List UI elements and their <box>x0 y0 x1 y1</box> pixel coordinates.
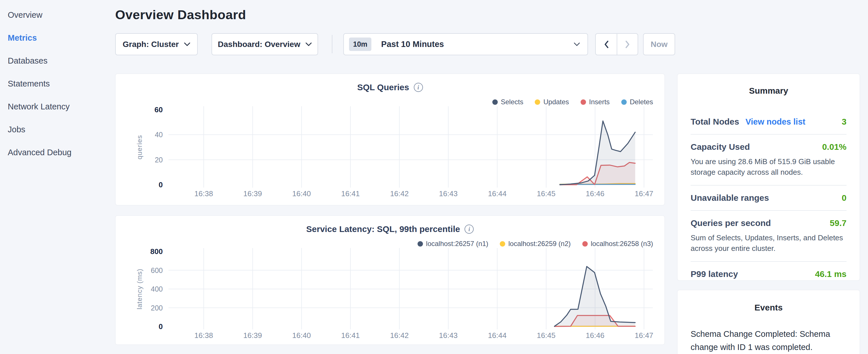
time-forward-button[interactable] <box>617 34 638 55</box>
svg-text:40: 40 <box>155 131 163 139</box>
summary-row-p99-latency: P99 latency 46.1 ms <box>691 261 846 286</box>
svg-text:16:43: 16:43 <box>439 189 458 198</box>
event-item[interactable]: Schema Change Completed: Schema change w… <box>691 327 846 354</box>
svg-text:16:46: 16:46 <box>586 189 604 198</box>
graph-scope-dropdown[interactable]: Graph: Cluster <box>115 33 198 55</box>
svg-text:20: 20 <box>155 156 163 164</box>
summary-row-queries-per-second: Queries per second 59.7 Sum of Selects, … <box>691 210 846 261</box>
svg-text:16:45: 16:45 <box>537 189 555 198</box>
sidebar-item-network-latency[interactable]: Network Latency <box>8 95 115 118</box>
summary-description: Sum of Selects, Updates, Inserts, and De… <box>691 232 846 254</box>
toolbar: Graph: Cluster Dashboard: Overview 10m P… <box>115 33 665 55</box>
page-title: Overview Dashboard <box>115 7 665 22</box>
view-nodes-list-link[interactable]: View nodes list <box>745 117 805 127</box>
svg-text:latency (ms): latency (ms) <box>135 269 143 310</box>
svg-text:16:38: 16:38 <box>194 189 213 198</box>
info-icon[interactable]: i <box>414 83 423 92</box>
sidebar-item-databases[interactable]: Databases <box>8 49 115 72</box>
summary-row-unavailable-ranges: Unavailable ranges 0 <box>691 185 846 210</box>
svg-text:800: 800 <box>150 247 163 256</box>
toolbar-divider <box>332 35 333 53</box>
time-range-badge: 10m <box>349 37 371 51</box>
time-range-picker[interactable]: 10m Past 10 Minutes <box>343 33 588 55</box>
svg-text:queries: queries <box>135 135 143 160</box>
summary-value: 3 <box>842 117 846 127</box>
svg-text:16:41: 16:41 <box>341 331 360 340</box>
service-latency-chart[interactable]: 16:3816:3916:4016:4116:4216:4316:4416:45… <box>121 244 660 342</box>
svg-text:16:39: 16:39 <box>243 189 262 198</box>
chart-title: Service Latency: SQL, 99th percentile <box>306 224 460 234</box>
time-range-label: Past 10 Minutes <box>381 39 574 49</box>
sql-queries-chart[interactable]: 16:3816:3916:4016:4116:4216:4316:4416:45… <box>121 102 660 200</box>
svg-text:0: 0 <box>159 322 163 331</box>
service-latency-chart-panel: Service Latency: SQL, 99th percentile i … <box>115 215 665 345</box>
left-nav: Overview Metrics Databases Statements Ne… <box>0 0 115 164</box>
sidebar-item-statements[interactable]: Statements <box>8 72 115 95</box>
svg-text:16:40: 16:40 <box>292 189 311 198</box>
time-back-button[interactable] <box>596 34 617 55</box>
summary-value: 0.01% <box>822 142 846 152</box>
summary-value: 46.1 ms <box>815 269 846 279</box>
chevron-left-icon <box>604 40 609 49</box>
svg-text:16:43: 16:43 <box>439 331 458 340</box>
chevron-down-icon <box>574 42 580 46</box>
chevron-down-icon <box>306 42 312 46</box>
svg-text:16:45: 16:45 <box>537 331 555 340</box>
svg-text:60: 60 <box>154 105 163 114</box>
svg-text:16:47: 16:47 <box>635 189 653 198</box>
svg-text:200: 200 <box>151 304 163 312</box>
summary-label: Queries per second <box>691 218 771 228</box>
svg-text:16:41: 16:41 <box>341 189 360 198</box>
now-button[interactable]: Now <box>643 33 675 55</box>
summary-panel: Summary Total Nodes View nodes list 3 Ca… <box>677 74 860 281</box>
sidebar-item-metrics[interactable]: Metrics <box>8 26 115 49</box>
svg-text:16:39: 16:39 <box>243 331 262 340</box>
svg-text:600: 600 <box>151 266 163 275</box>
info-icon[interactable]: i <box>465 225 474 234</box>
summary-description: You are using 28.6 MiB of 515.9 GiB usab… <box>691 156 846 178</box>
svg-text:400: 400 <box>151 285 163 293</box>
dashboard-label: Dashboard: Overview <box>218 40 300 49</box>
summary-row-capacity-used: Capacity Used 0.01% You are using 28.6 M… <box>691 134 846 185</box>
svg-text:16:46: 16:46 <box>586 331 604 340</box>
sidebar-item-overview[interactable]: Overview <box>8 3 115 26</box>
dashboard-dropdown[interactable]: Dashboard: Overview <box>212 33 318 55</box>
svg-text:16:42: 16:42 <box>390 331 409 340</box>
summary-value: 0 <box>842 193 846 203</box>
event-message: Schema Change Completed: Schema change w… <box>691 327 846 354</box>
sidebar-item-advanced-debug[interactable]: Advanced Debug <box>8 141 115 164</box>
summary-row-total-nodes: Total Nodes View nodes list 3 <box>691 109 846 134</box>
sidebar-item-jobs[interactable]: Jobs <box>8 118 115 141</box>
sql-queries-chart-panel: SQL Queries i SelectsUpdatesInsertsDelet… <box>115 74 665 205</box>
summary-header: Summary <box>691 86 846 96</box>
svg-text:0: 0 <box>159 181 163 189</box>
summary-label: P99 latency <box>691 269 738 279</box>
svg-text:16:47: 16:47 <box>635 331 653 340</box>
chart-title: SQL Queries <box>357 83 409 92</box>
chevron-down-icon <box>184 42 190 46</box>
summary-label: Capacity Used <box>691 142 750 152</box>
time-pager <box>595 33 638 55</box>
summary-label: Total Nodes <box>691 117 739 127</box>
main-content: Overview Dashboard Graph: Cluster Dashbo… <box>115 0 665 55</box>
svg-text:16:42: 16:42 <box>390 189 409 198</box>
svg-text:16:40: 16:40 <box>292 331 311 340</box>
events-header: Events <box>691 303 846 313</box>
graph-scope-label: Graph: Cluster <box>123 40 179 49</box>
chevron-right-icon <box>625 40 630 49</box>
svg-text:16:44: 16:44 <box>488 331 507 340</box>
summary-label: Unavailable ranges <box>691 193 769 203</box>
events-panel: Events Schema Change Completed: Schema c… <box>677 290 860 354</box>
summary-value: 59.7 <box>830 218 846 228</box>
svg-text:16:38: 16:38 <box>194 331 213 340</box>
svg-text:16:44: 16:44 <box>488 189 507 198</box>
